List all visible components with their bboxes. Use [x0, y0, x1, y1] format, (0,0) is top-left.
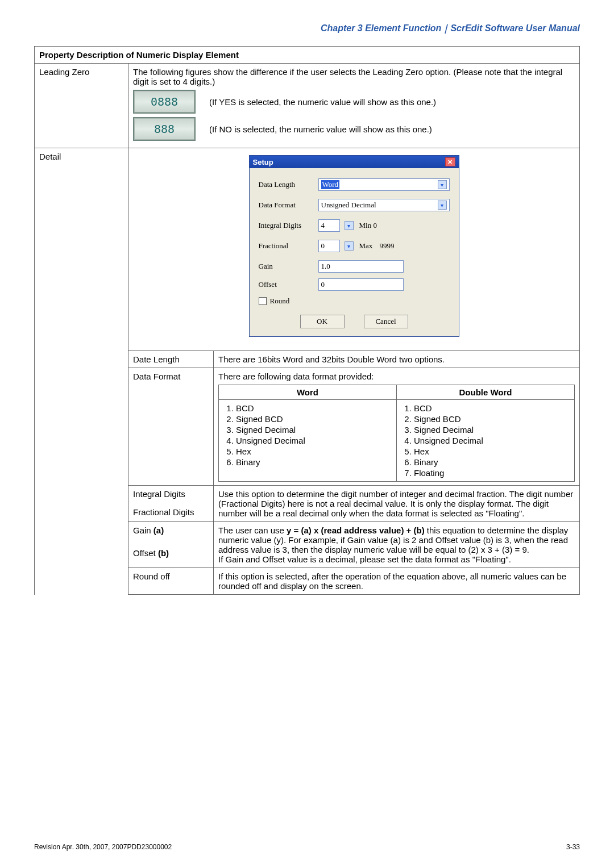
gain-input[interactable]: 1.0	[318, 260, 404, 273]
detail-label: Detail	[35, 148, 128, 595]
leading-zero-label: Leading Zero	[35, 64, 128, 148]
data-format-select[interactable]: Unsigned Decimal ▾	[318, 199, 450, 211]
chapter-heading: Chapter 3 Element Function｜ScrEdit Softw…	[34, 23, 580, 35]
round-row-label: Round off	[128, 568, 214, 595]
fmt-dword-list: BCD Signed BCD Signed Decimal Unsigned D…	[401, 403, 570, 478]
gain-row-label: Gain (a)	[128, 522, 214, 545]
integral-digits-row-label: Integral Digits	[128, 486, 214, 504]
offset-label: Offset	[259, 280, 318, 289]
gain-label: Gain	[259, 262, 318, 271]
fmt-word-list: BCD Signed BCD Signed Decimal Unsigned D…	[223, 403, 392, 467]
round-label: Round	[270, 297, 290, 306]
lz-yes-caption: (If YES is selected, the numeric value w…	[209, 97, 436, 107]
format-table: Word Double Word BCD Signed BCD Signed D…	[218, 385, 575, 482]
fractional-select[interactable]: 0	[318, 240, 340, 252]
offset-row-label: Offset (b)	[128, 545, 214, 568]
leading-zero-intro: The following figures show the differenc…	[133, 67, 575, 86]
lz-no-caption: (If NO is selected, the numeric value wi…	[209, 124, 432, 134]
cancel-button[interactable]: Cancel	[364, 315, 408, 328]
fractional-label: Fractional	[259, 241, 318, 251]
page-number: 3-33	[566, 843, 580, 851]
digits-text: Use this option to determine the digit n…	[214, 486, 580, 522]
date-length-text: There are 16bits Word and 32bits Double …	[214, 351, 580, 368]
close-icon[interactable]: ✕	[445, 157, 455, 166]
round-text: If this option is selected, after the op…	[214, 568, 580, 595]
footer-revision: Revision Apr. 30th, 2007, 2007PDD2300000…	[34, 843, 172, 851]
chevron-down-icon[interactable]: ▾	[438, 180, 447, 189]
setup-dialog: Setup ✕ Data Length Word ▾ Data Forma	[249, 155, 459, 337]
date-length-label: Date Length	[128, 351, 214, 368]
integral-digits-label: Integral Digits	[259, 221, 318, 230]
fractional-digits-row-label: Fractional Digits	[128, 504, 214, 522]
data-format-label: Data Format	[259, 201, 318, 210]
table-title: Property Description of Numeric Display …	[35, 47, 580, 64]
max-value: 9999	[380, 241, 395, 251]
max-label: Max	[359, 241, 380, 251]
chevron-down-icon[interactable]: ▾	[345, 221, 354, 230]
round-checkbox[interactable]	[259, 297, 267, 305]
data-length-label: Data Length	[259, 180, 318, 189]
lz-yes-value: 0888	[133, 90, 196, 114]
gain-offset-text: The user can use y = (a) x (read address…	[214, 522, 580, 568]
ok-button[interactable]: OK	[300, 315, 345, 328]
dialog-title: Setup	[253, 158, 273, 166]
lz-no-value: 888	[133, 117, 196, 141]
data-format-intro: There are following data format provided…	[218, 372, 575, 381]
fmt-head-dword: Double Word	[397, 385, 575, 400]
offset-input[interactable]: 0	[318, 278, 404, 291]
integral-digits-select[interactable]: 4	[318, 219, 340, 232]
property-table: Property Description of Numeric Display …	[34, 46, 580, 595]
fmt-head-word: Word	[219, 385, 397, 400]
min-label: Min 0	[359, 221, 393, 230]
chevron-down-icon[interactable]: ▾	[438, 201, 447, 210]
data-length-select[interactable]: Word ▾	[318, 178, 450, 191]
chevron-down-icon[interactable]: ▾	[345, 241, 354, 251]
data-format-row-label: Data Format	[128, 368, 214, 486]
